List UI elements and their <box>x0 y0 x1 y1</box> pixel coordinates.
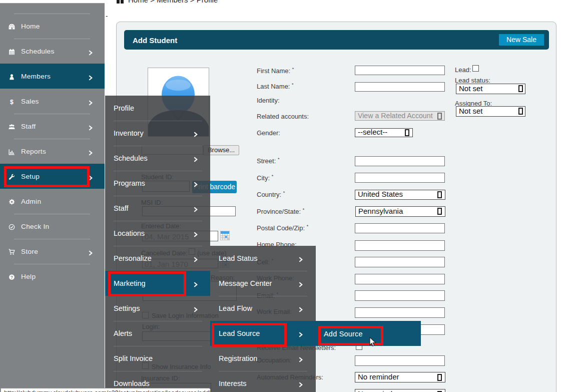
svg-text:?: ? <box>11 275 13 280</box>
svg-text:$: $ <box>10 99 14 105</box>
